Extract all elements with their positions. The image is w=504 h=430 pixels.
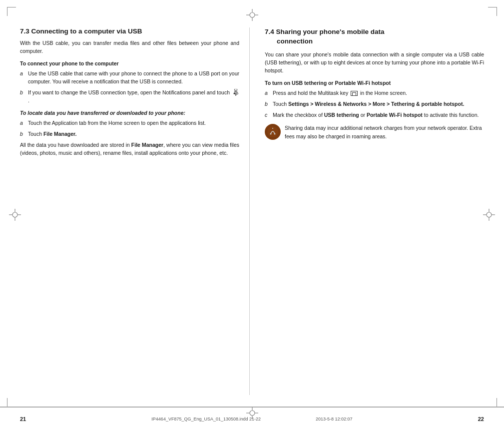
list-b1-text: If you want to change the USB connection… [28, 89, 230, 95]
item-rc-text: Mark the checkbox of [273, 112, 324, 118]
list-item-b1: b If you want to change the USB connecti… [20, 88, 239, 105]
list-content-b2: Touch File Manager. [28, 130, 239, 138]
svg-point-26 [270, 133, 272, 135]
section-74-heading: 7.4 Sharing your phone's mobile data con… [265, 27, 484, 46]
section-74-num: 7.4 [265, 28, 274, 35]
section-74-title-line1: Sharing your phone's mobile data [274, 28, 385, 35]
item-ra-rest: in the Home screen. [360, 90, 407, 96]
list-item-a2: a Touch the Application tab from the Hom… [20, 119, 239, 127]
svg-point-29 [250, 411, 255, 416]
item-ra-text: Press and hold the Multitask key [273, 90, 348, 96]
list-b2-text: Touch [28, 131, 43, 137]
note-icon-svg [265, 124, 281, 140]
section-73-heading: 7.3 Connecting to a computer via USB [20, 27, 239, 35]
list-item-rb: b Touch Settings > Wireless & Networks >… [265, 100, 484, 108]
svg-point-5 [12, 212, 17, 217]
note-text: Sharing data may incur additional networ… [285, 124, 484, 140]
item-rc-bold2: Portable Wi-Fi hotspot [367, 112, 423, 118]
list-item-rc: c Mark the checkbox of USB tethering or … [265, 111, 484, 119]
list-label-rc: c [265, 111, 273, 119]
list-content-rc: Mark the checkbox of USB tethering or Po… [273, 111, 484, 119]
bottom-bar: 21 IP4464_VF875_QG_Eng_USA_01_130508.ind… [0, 407, 504, 430]
item-rc-mid: or [359, 112, 367, 118]
section-73-title: Connecting to a computer via USB [29, 27, 142, 35]
subsection-tethering-heading: To turn on USB tethering or Portable Wi-… [265, 80, 484, 86]
svg-rect-15 [234, 89, 237, 91]
list-content-a2: Touch the Application tab from the Home … [28, 119, 239, 127]
list-label-a2: a [20, 119, 28, 127]
section-73-final: All the data you have downloaded are sto… [20, 141, 239, 157]
section-73-num: 7.3 [20, 27, 29, 35]
subsection-locate-heading: To locate data you have transferred or d… [20, 110, 239, 116]
list-label-a1: a [20, 69, 28, 86]
svg-rect-20 [234, 93, 236, 94]
list-item-a1: a Use the USB cable that came with your … [20, 69, 239, 86]
corner-mark-tr [488, 7, 497, 16]
list-b1-text2: . [28, 97, 29, 103]
page-container: 7.3 Connecting to a computer via USB Wit… [0, 0, 504, 430]
crosshair-top [246, 9, 258, 22]
main-content: 7.3 Connecting to a computer via USB Wit… [20, 27, 484, 395]
svg-point-10 [487, 212, 492, 217]
svg-point-27 [274, 133, 276, 135]
list-content-a1: Use the USB cable that came with your ph… [28, 69, 239, 86]
right-column: 7.4 Sharing your phone's mobile data con… [250, 27, 484, 395]
list-label-b1: b [20, 88, 28, 105]
date-info-text: 2013-5-8 12:02:07 [316, 417, 353, 422]
list-b2-bold: File Manager. [43, 131, 77, 137]
multitask-key-icon [351, 91, 358, 96]
page-num-left: 21 [20, 416, 113, 422]
section-73-intro: With the USB cable, you can transfer med… [20, 39, 239, 55]
list-label-b2: b [20, 130, 28, 138]
section-74-title-line2: connection [277, 37, 313, 45]
list-label-ra: a [265, 89, 273, 97]
section-74-intro: You can share your phone's mobile data c… [265, 50, 484, 75]
item-rc-end: to activate this function. [423, 112, 479, 118]
note-box: Sharing data may incur additional networ… [265, 124, 484, 140]
svg-rect-21 [236, 93, 238, 94]
final-text-1: All the data you have downloaded are sto… [20, 142, 131, 148]
item-rb-bold: Settings > Wireless & Networks > More > … [288, 101, 464, 107]
corner-mark-br [488, 398, 497, 407]
crosshair-bottom [246, 407, 258, 420]
corner-mark-tl [7, 7, 16, 16]
final-text-bold: File Manager [131, 142, 163, 148]
list-content-ra: Press and hold the Multitask key in the … [273, 89, 484, 97]
list-label-rb: b [265, 100, 273, 108]
subsection-connect-heading: To connect your phone to the computer [20, 60, 239, 66]
usb-icon [232, 89, 239, 96]
file-info-text: IP4464_VF875_QG_Eng_USA_01_130508.indd 2… [151, 417, 261, 422]
svg-point-0 [250, 12, 255, 17]
left-column: 7.3 Connecting to a computer via USB Wit… [20, 27, 250, 395]
list-item-b2: b Touch File Manager. [20, 130, 239, 138]
list-content-rb: Touch Settings > Wireless & Networks > M… [273, 100, 484, 108]
page-num-right: 22 [391, 416, 484, 422]
note-icon [265, 124, 281, 140]
item-rb-text: Touch [273, 101, 288, 107]
svg-marker-23 [235, 95, 237, 96]
crosshair-right [483, 209, 495, 222]
corner-mark-bl [7, 398, 16, 407]
list-content-b1: If you want to change the USB connection… [28, 88, 239, 105]
crosshair-left [9, 209, 21, 222]
list-item-ra: a Press and hold the Multitask key in th… [265, 89, 484, 97]
item-rc-bold1: USB tethering [324, 112, 359, 118]
